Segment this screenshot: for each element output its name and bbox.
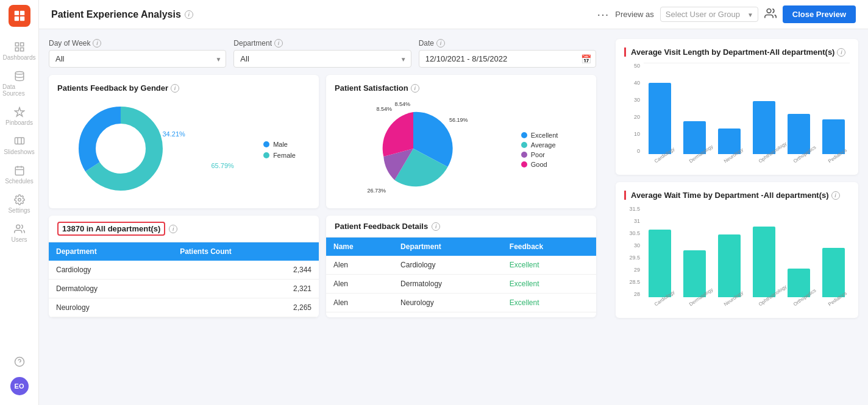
svg-point-12 — [16, 225, 20, 228]
legend-poor: Poor — [521, 151, 558, 158]
feedback-table: Name Department Feedback AlenCardiologyE… — [326, 238, 596, 312]
bar — [649, 83, 671, 154]
gender-chart-card: Patients Feedback by Gender i — [49, 75, 319, 208]
filter-dow-info[interactable]: i — [93, 39, 101, 48]
gender-chart-info[interactable]: i — [171, 84, 179, 93]
table-row: Dermatology2,321 — [49, 280, 319, 298]
svg-rect-7 — [20, 48, 23, 51]
filter-date-info[interactable]: i — [436, 39, 445, 48]
feedback-table-card: Patient Feedback Details i Name Departme… — [326, 216, 596, 317]
main-area: Patient Experience Analysis i ··· Previe… — [39, 0, 868, 405]
filter-dow-select[interactable]: All — [49, 50, 226, 68]
count-table-info[interactable]: i — [169, 225, 177, 233]
avg-visit-info[interactable]: i — [837, 48, 845, 57]
sat-pct-2: 8.54% — [377, 106, 393, 112]
svg-rect-6 — [15, 48, 18, 51]
filter-dept-info[interactable]: i — [274, 39, 283, 48]
sat-pct-4: 26.73% — [368, 188, 386, 194]
sidebar-label-datasources: Data Sources — [2, 83, 36, 97]
bar-col: Dermatology — [678, 63, 711, 154]
sat-pct-3: 8.54% — [395, 101, 411, 107]
filter-day-of-week: Day of Week i All — [49, 39, 226, 68]
count-table-col-count: Patients Count — [173, 242, 319, 261]
sidebar-item-settings[interactable]: Settings — [0, 189, 38, 219]
female-pct-label: 65.79% — [211, 162, 233, 169]
calendar-icon: 📅 — [581, 54, 591, 64]
sidebar-label-dashboards: Dashboards — [3, 54, 36, 61]
feedback-table-header-row: Name Department Feedback — [326, 238, 596, 256]
satisfaction-chart-info[interactable]: i — [411, 84, 419, 93]
user-preview-icon[interactable] — [764, 7, 777, 21]
avg-visit-chart-area: 0 10 20 30 40 50 Cardiology Dermatology … — [624, 63, 850, 166]
feedback-table-title: Patient Feedback Details — [335, 222, 428, 231]
sidebar-item-datasources[interactable]: Data Sources — [0, 66, 38, 102]
poor-dot — [521, 152, 527, 158]
filter-dept-select[interactable]: All — [233, 50, 411, 68]
bar-col: Cardiology — [644, 63, 676, 154]
filter-date: Date i 📅 — [419, 39, 596, 68]
sidebar-label-slideshows: Slideshows — [4, 149, 35, 155]
content-area: Day of Week i All Department i — [39, 29, 868, 405]
topbar: Patient Experience Analysis i ··· Previe… — [39, 0, 868, 29]
svg-rect-0 — [14, 11, 18, 15]
count-table: Department Patients Count Cardiology2,34… — [49, 242, 319, 317]
gender-labels-wrap: 34.21% 65.79% — [199, 130, 233, 169]
sidebar-item-slideshows[interactable]: Slideshows — [0, 131, 38, 160]
svg-point-11 — [18, 199, 21, 202]
female-dot — [263, 152, 269, 158]
sidebar-label-schedules: Schedules — [5, 178, 34, 185]
avg-wait-y-axis: 28 28.5 29 29.5 30 30.5 31 31.5 — [624, 206, 641, 297]
bar — [822, 248, 845, 297]
bar — [649, 230, 671, 297]
legend-good: Good — [521, 161, 558, 168]
legend-female: Female — [263, 152, 296, 159]
feedback-table-info[interactable]: i — [432, 222, 440, 231]
close-preview-button[interactable]: Close Preview — [783, 5, 856, 23]
bar-col: Neurology — [713, 63, 745, 154]
avg-visit-card: Average Visit Length by Department-All d… — [616, 39, 858, 175]
sidebar-item-dashboards[interactable]: Dashboards — [0, 37, 38, 66]
bar — [753, 101, 775, 154]
preview-user-select[interactable]: Select User or Group — [660, 7, 758, 22]
topbar-actions: ··· Preview as Select User or Group Clos… — [597, 5, 856, 23]
svg-rect-9 — [15, 138, 24, 144]
legend-excellent: Excellent — [521, 132, 558, 139]
legend-male: Male — [263, 141, 296, 148]
filter-date-input[interactable] — [419, 50, 596, 68]
filter-dow-label: Day of Week — [49, 39, 90, 48]
bar-col: Pediatrics — [817, 63, 850, 154]
sidebar-item-schedules[interactable]: Schedules — [0, 160, 38, 189]
filter-date-label: Date — [419, 39, 434, 48]
legend-average: Average — [521, 141, 558, 149]
avg-visit-y-axis: 0 10 20 30 40 50 — [624, 63, 641, 154]
charts-row: Patients Feedback by Gender i — [49, 75, 596, 208]
count-table-col-dept: Department — [49, 242, 173, 261]
filter-dept-label: Department — [233, 39, 272, 48]
bottom-row: 13870 in All department(s) i Department … — [49, 216, 596, 317]
count-table-card: 13870 in All department(s) i Department … — [49, 216, 319, 317]
preview-select-wrap: Select User or Group — [660, 7, 758, 22]
sidebar: Dashboards Data Sources Pinboards Slides… — [0, 0, 39, 405]
satisfaction-chart-title: Patient Satisfaction — [335, 83, 408, 93]
user-avatar[interactable]: EO — [10, 377, 29, 395]
bar-col: Ophthalmology — [748, 206, 780, 297]
page-title: Patient Experience Analysis i — [51, 9, 590, 20]
more-options-button[interactable]: ··· — [597, 7, 610, 21]
sidebar-item-pinboards[interactable]: Pinboards — [0, 102, 38, 131]
gender-donut — [72, 100, 169, 200]
sidebar-item-users[interactable]: Users — [0, 219, 38, 248]
svg-rect-4 — [15, 43, 18, 46]
svg-rect-2 — [14, 16, 18, 21]
feedback-table-body: AlenCardiologyExcellentAlenDermatologyEx… — [326, 256, 596, 312]
male-dot — [263, 141, 269, 147]
title-info-icon[interactable]: i — [185, 10, 193, 19]
avg-wait-info[interactable]: i — [831, 191, 840, 200]
left-panel: Day of Week i All Department i — [39, 29, 606, 405]
bar — [718, 234, 741, 297]
bar-col: Ophthalmology — [748, 63, 780, 154]
satisfaction-chart-card: Patient Satisfaction i — [326, 75, 596, 208]
bar-col: Dermatology — [678, 206, 711, 297]
sat-pct-1: 56.19% — [449, 117, 468, 123]
sidebar-item-help[interactable] — [10, 351, 29, 372]
app-logo[interactable] — [9, 5, 30, 27]
